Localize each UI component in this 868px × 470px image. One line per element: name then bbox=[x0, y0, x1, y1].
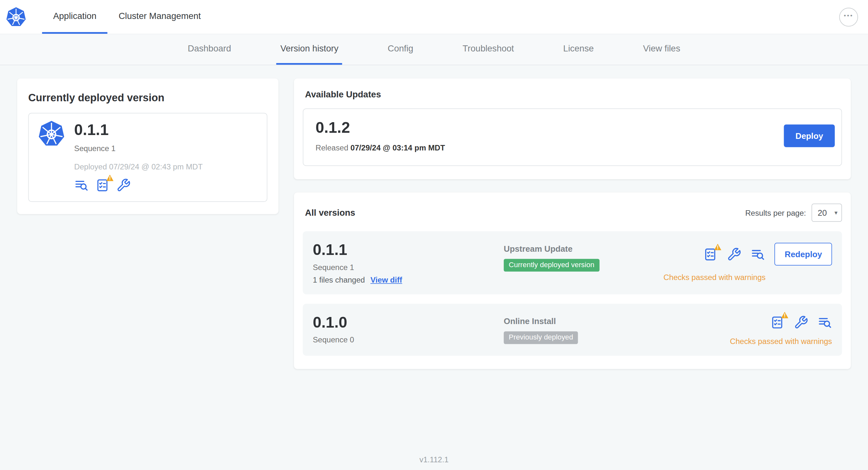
diff-lines-magnifier-icon[interactable] bbox=[817, 315, 832, 330]
files-changed-label: 1 files changed bbox=[313, 275, 365, 284]
view-diff-link[interactable]: View diff bbox=[370, 275, 402, 284]
version-sequence: Sequence 0 bbox=[313, 335, 504, 344]
config-wrench-icon[interactable] bbox=[794, 315, 808, 330]
results-per-page-select[interactable]: 20 bbox=[811, 203, 842, 222]
current-version-sequence: Sequence 1 bbox=[74, 144, 203, 153]
version-actions: Redeploy Checks passed with warnings bbox=[663, 241, 832, 284]
config-wrench-icon[interactable] bbox=[727, 247, 742, 261]
preflight-checklist-icon[interactable] bbox=[703, 247, 718, 261]
current-version-actions bbox=[74, 178, 203, 193]
currently-deployed-title: Currently deployed version bbox=[28, 92, 267, 104]
current-version-number: 0.1.1 bbox=[74, 121, 203, 139]
version-info: 0.1.1 Sequence 1 1 files changed View di… bbox=[313, 241, 504, 284]
update-version-number: 0.1.2 bbox=[316, 119, 445, 137]
source-type-label: Upstream Update bbox=[504, 244, 664, 253]
tab-troubleshoot[interactable]: Troubleshoot bbox=[459, 34, 518, 65]
kubernetes-logo-icon bbox=[5, 0, 26, 34]
source-type-label: Online Install bbox=[504, 316, 730, 326]
version-info: 0.1.0 Sequence 0 bbox=[313, 314, 504, 346]
tab-view-files[interactable]: View files bbox=[639, 34, 684, 65]
deployed-status-badge: Currently deployed version bbox=[504, 259, 599, 271]
right-column: Available Updates 0.1.2 Released 07/29/2… bbox=[294, 78, 851, 369]
warning-triangle-icon bbox=[714, 243, 722, 250]
current-version-panel: 0.1.1 Sequence 1 Deployed 07/29/24 @ 02:… bbox=[28, 113, 267, 202]
available-update-row: 0.1.2 Released 07/29/24 @ 03:14 pm MDT D… bbox=[303, 108, 842, 166]
update-released-date: Released 07/29/24 @ 03:14 pm MDT bbox=[316, 143, 445, 153]
diff-lines-magnifier-icon[interactable] bbox=[74, 178, 89, 193]
top-header: Application Cluster Management ••• bbox=[0, 0, 868, 34]
available-updates-card: Available Updates 0.1.2 Released 07/29/2… bbox=[294, 78, 851, 179]
ellipsis-icon: ••• bbox=[844, 13, 854, 19]
redeploy-button[interactable]: Redeploy bbox=[775, 243, 832, 266]
results-per-page-label: Results per page: bbox=[745, 208, 806, 217]
all-versions-card: All versions Results per page: 20 ▾ bbox=[294, 193, 851, 369]
released-date-value: 07/29/24 @ 03:14 pm MDT bbox=[350, 143, 445, 153]
app-footer: v1.112.1 bbox=[0, 455, 868, 464]
warning-triangle-icon bbox=[106, 174, 114, 181]
version-number: 0.1.1 bbox=[313, 241, 504, 259]
checks-status-text: Checks passed with warnings bbox=[730, 337, 832, 346]
version-sequence: Sequence 1 bbox=[313, 263, 504, 272]
tab-cluster-management[interactable]: Cluster Management bbox=[107, 0, 212, 34]
version-row: 0.1.0 Sequence 0 Online Install Previous… bbox=[303, 304, 842, 356]
diff-lines-magnifier-icon[interactable] bbox=[751, 247, 765, 261]
overflow-menu-button[interactable]: ••• bbox=[839, 7, 858, 26]
kubernetes-app-icon bbox=[38, 120, 65, 192]
deploy-button[interactable]: Deploy bbox=[784, 124, 835, 147]
warning-triangle-icon bbox=[780, 311, 789, 318]
version-number: 0.1.0 bbox=[313, 314, 504, 331]
tab-config[interactable]: Config bbox=[384, 34, 417, 65]
console-version-label: v1.112.1 bbox=[420, 455, 449, 464]
all-versions-title: All versions bbox=[305, 208, 355, 217]
tab-license[interactable]: License bbox=[559, 34, 598, 65]
all-versions-header: All versions Results per page: 20 ▾ bbox=[303, 201, 842, 222]
main-content: Currently deployed version 0.1.1 Sequenc… bbox=[0, 65, 868, 382]
tab-dashboard[interactable]: Dashboard bbox=[184, 34, 235, 65]
preflight-checklist-icon[interactable] bbox=[770, 315, 784, 330]
app-subnav: Dashboard Version history Config Trouble… bbox=[0, 34, 868, 65]
currently-deployed-card: Currently deployed version 0.1.1 Sequenc… bbox=[17, 78, 278, 214]
released-label: Released bbox=[316, 143, 348, 153]
available-updates-title: Available Updates bbox=[305, 90, 842, 100]
results-per-page: Results per page: 20 ▾ bbox=[745, 203, 842, 222]
version-actions: Checks passed with warnings bbox=[730, 314, 832, 346]
top-nav: Application Cluster Management bbox=[42, 0, 212, 34]
tab-application[interactable]: Application bbox=[42, 0, 108, 34]
version-row: 0.1.1 Sequence 1 1 files changed View di… bbox=[303, 231, 842, 294]
config-wrench-icon[interactable] bbox=[116, 178, 131, 193]
tab-version-history[interactable]: Version history bbox=[276, 34, 342, 65]
current-version-deployed-date: Deployed 07/29/24 @ 02:43 pm MDT bbox=[74, 162, 203, 171]
version-source: Online Install Previously deployed bbox=[504, 314, 730, 346]
checks-status-text: Checks passed with warnings bbox=[663, 273, 765, 281]
preflight-checklist-icon[interactable] bbox=[95, 178, 110, 193]
app-root: Application Cluster Management ••• Dashb… bbox=[0, 0, 868, 470]
version-source: Upstream Update Currently deployed versi… bbox=[504, 241, 664, 284]
deployed-status-badge: Previously deployed bbox=[504, 331, 578, 344]
